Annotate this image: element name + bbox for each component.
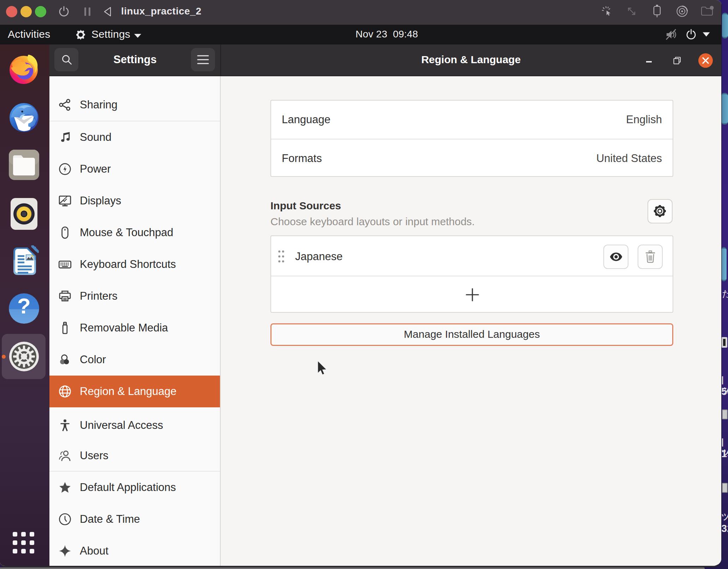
svg-text:?: ? xyxy=(17,294,31,318)
